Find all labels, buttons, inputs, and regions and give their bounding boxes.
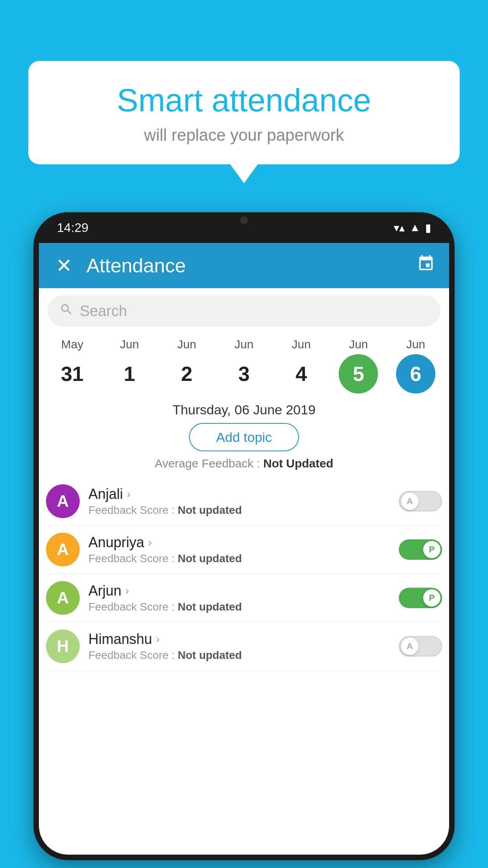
chevron-icon: › — [156, 633, 160, 645]
toggle-knob: A — [401, 493, 418, 510]
cal-num[interactable]: 5 — [339, 354, 378, 394]
phone-screen: ✕ Attendance Search May31Jun1Jun2Ju — [39, 243, 449, 855]
student-item-3[interactable]: HHimanshu ›Feedback Score : Not updatedA — [46, 622, 442, 671]
student-list: AAnjali ›Feedback Score : Not updatedAAA… — [39, 477, 449, 671]
feedback-score: Feedback Score : Not updated — [88, 504, 390, 517]
status-icons: ▾▴ ▲ ▮ — [394, 221, 431, 234]
student-name: Anjali › — [88, 486, 390, 502]
avatar: A — [46, 484, 80, 518]
student-item-1[interactable]: AAnupriya ›Feedback Score : Not updatedP — [46, 526, 442, 574]
calendar-strip: May31Jun1Jun2Jun3Jun4Jun5Jun6 — [39, 334, 449, 394]
phone-wrapper: 14:29 ▾▴ ▲ ▮ ✕ Attendance — [33, 212, 455, 860]
add-topic-button[interactable]: Add topic — [189, 423, 299, 451]
notch-camera — [240, 216, 248, 224]
chevron-icon: › — [125, 585, 129, 597]
avatar: A — [46, 533, 80, 566]
student-name: Arjun › — [88, 583, 390, 599]
toggle-container[interactable]: P — [399, 588, 442, 608]
calendar-day-4[interactable]: Jun4 — [278, 338, 325, 394]
bubble-title: Smart attendance — [52, 83, 436, 118]
cal-num[interactable]: 3 — [224, 354, 264, 394]
toggle-container[interactable]: P — [399, 539, 442, 560]
cal-num[interactable]: 1 — [110, 354, 149, 394]
wifi-icon: ▾▴ — [394, 221, 405, 234]
student-info: Arjun ›Feedback Score : Not updated — [88, 583, 390, 613]
attendance-toggle[interactable]: P — [399, 588, 442, 608]
notch — [220, 212, 268, 228]
date-label: Thursday, 06 June 2019 — [39, 394, 449, 423]
toggle-knob: A — [401, 638, 418, 655]
toggle-container[interactable]: A — [399, 491, 442, 511]
status-bar: 14:29 ▾▴ ▲ ▮ — [33, 212, 455, 243]
cal-num[interactable]: 2 — [167, 354, 206, 394]
chevron-icon: › — [127, 488, 130, 500]
battery-icon: ▮ — [425, 221, 431, 234]
feedback-score: Feedback Score : Not updated — [88, 649, 390, 662]
status-time: 14:29 — [57, 221, 88, 235]
calendar-day-6[interactable]: Jun6 — [392, 338, 439, 394]
calendar-day-0[interactable]: May31 — [49, 338, 96, 394]
feedback-score: Feedback Score : Not updated — [88, 552, 390, 565]
search-bar[interactable]: Search — [48, 295, 440, 327]
bubble-subtitle: will replace your paperwork — [52, 126, 436, 145]
search-placeholder: Search — [80, 303, 127, 320]
student-name: Anupriya › — [88, 534, 390, 551]
avg-feedback-label: Average Feedback : — [155, 457, 263, 470]
attendance-toggle[interactable]: A — [399, 491, 442, 511]
cal-num[interactable]: 6 — [396, 354, 435, 394]
attendance-toggle[interactable]: A — [399, 636, 442, 657]
avatar: A — [46, 581, 80, 615]
calendar-day-2[interactable]: Jun2 — [163, 338, 210, 394]
cal-month: May — [61, 338, 84, 351]
phone: 14:29 ▾▴ ▲ ▮ ✕ Attendance — [33, 212, 455, 860]
attendance-toggle[interactable]: P — [399, 539, 442, 560]
speech-bubble: Smart attendance will replace your paper… — [28, 61, 460, 164]
cal-month: Jun — [406, 338, 425, 351]
student-item-0[interactable]: AAnjali ›Feedback Score : Not updatedA — [46, 477, 442, 526]
app-bar: ✕ Attendance — [39, 243, 449, 288]
student-info: Himanshu ›Feedback Score : Not updated — [88, 631, 390, 662]
cal-month: Jun — [120, 338, 139, 351]
avg-feedback-value: Not Updated — [263, 457, 333, 470]
student-info: Anjali ›Feedback Score : Not updated — [88, 486, 390, 517]
toggle-container[interactable]: A — [399, 636, 442, 657]
cal-month: Jun — [235, 338, 253, 351]
toggle-knob: P — [423, 541, 440, 558]
feedback-score: Feedback Score : Not updated — [88, 601, 390, 613]
cal-month: Jun — [177, 338, 196, 351]
student-info: Anupriya ›Feedback Score : Not updated — [88, 534, 390, 565]
close-button[interactable]: ✕ — [53, 254, 75, 277]
calendar-day-1[interactable]: Jun1 — [106, 338, 153, 394]
average-feedback: Average Feedback : Not Updated — [39, 451, 449, 477]
app-bar-title: Attendance — [86, 254, 405, 277]
student-item-2[interactable]: AArjun ›Feedback Score : Not updatedP — [46, 574, 442, 622]
search-icon — [59, 302, 73, 320]
cal-num[interactable]: 31 — [53, 354, 92, 394]
calendar-day-3[interactable]: Jun3 — [220, 338, 268, 394]
chevron-icon: › — [148, 536, 152, 549]
cal-month: Jun — [292, 338, 310, 351]
calendar-icon[interactable] — [417, 254, 435, 277]
toggle-knob: P — [423, 589, 440, 607]
avatar: H — [46, 629, 80, 663]
student-name: Himanshu › — [88, 631, 390, 647]
signal-icon: ▲ — [409, 221, 420, 234]
calendar-day-5[interactable]: Jun5 — [335, 338, 382, 394]
cal-month: Jun — [349, 338, 368, 351]
cal-num[interactable]: 4 — [282, 354, 321, 394]
